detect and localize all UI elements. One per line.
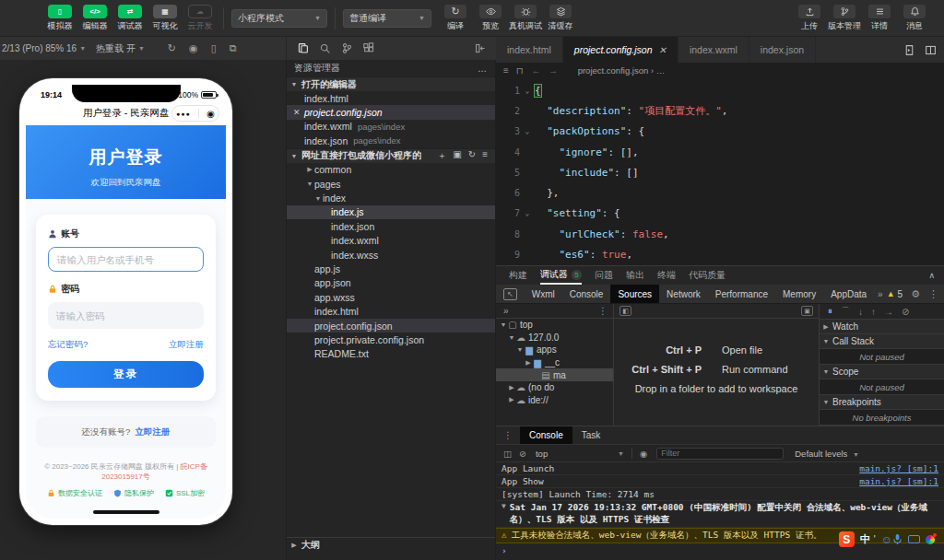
refresh-explorer-icon[interactable]: ↻: [468, 149, 476, 162]
sources-tree-item-__c[interactable]: ▶▆__c: [496, 356, 613, 369]
tree-file-project.config.json[interactable]: project.config.json: [287, 319, 495, 332]
open-editor-index.wxml[interactable]: index.wxmlpages\index: [287, 120, 495, 134]
tool-button-调试器[interactable]: ⇄调试器: [114, 5, 146, 32]
sources-tree-item-ide://[interactable]: ▶☁ide://: [496, 394, 613, 407]
inspect-element-icon[interactable]: ↖: [503, 288, 517, 300]
action-button-版本管理[interactable]: 版本管理: [828, 5, 861, 32]
outline-section-header[interactable]: ▶ 大纲: [287, 537, 495, 553]
tool-button-可视化[interactable]: ▦可视化: [149, 5, 181, 32]
mode-select[interactable]: 小程序模式 ▼: [231, 9, 327, 28]
console-tab-Console[interactable]: Console: [520, 426, 572, 444]
sidebar-section-call-stack[interactable]: ▼Call Stack: [820, 334, 944, 349]
panel-tab-终端[interactable]: 终端: [657, 266, 676, 285]
editor-tab-index.json[interactable]: index.json: [749, 37, 816, 63]
step-out-icon[interactable]: ↑: [871, 307, 876, 317]
clear-console-icon[interactable]: ⊘: [519, 449, 526, 459]
log-source-link[interactable]: main.js? [sm]:1: [859, 463, 938, 473]
hot-reload-toggle[interactable]: 热重载 开: [96, 42, 136, 55]
log-source-link[interactable]: main.js? [sm]:1: [859, 476, 938, 486]
sources-tree-item-127.0.0[interactable]: ▼☁127.0.0: [496, 332, 613, 344]
open-editors-section-header[interactable]: ▼ 打开的编辑器: [287, 76, 495, 91]
keyboard-icon[interactable]: [908, 535, 920, 543]
fold-arrow-icon[interactable]: ⌄: [520, 87, 535, 95]
tree-file-pages[interactable]: ▼pages: [287, 177, 495, 191]
bookmark-icon[interactable]: ⊓: [516, 65, 524, 76]
tree-file-index.wxml[interactable]: index.wxml: [287, 234, 495, 248]
action-button-详情[interactable]: 详情: [863, 5, 896, 32]
step-icon[interactable]: →: [884, 307, 893, 317]
console-log-row[interactable]: [system] Launch Time: 2714 ms: [496, 488, 944, 501]
git-branch-icon[interactable]: [341, 42, 353, 54]
open-editor-project.config.json[interactable]: ✕project.config.json: [287, 105, 495, 119]
project-section-header[interactable]: ▼ 网址直接打包成微信小程序的源码 ＋ ▣ ↻ ≡: [287, 148, 495, 163]
tree-file-common[interactable]: ▶common: [287, 163, 495, 177]
panel-tab-问题[interactable]: 问题: [595, 266, 613, 285]
forgot-password-link[interactable]: 忘记密码?: [48, 339, 88, 351]
sources-tree-item-top[interactable]: ▼▢top: [496, 319, 613, 332]
tree-file-index.json[interactable]: index.json: [287, 219, 495, 233]
code-editor[interactable]: 1⌄{2 "description": "项目配置文件。",3⌄ "packOp…: [496, 78, 944, 265]
editor-tab-project.config.json[interactable]: project.config.json✕: [563, 37, 678, 63]
sources-tree-item-(no do[interactable]: ▶☁(no do: [496, 381, 613, 394]
emoji-icon[interactable]: ☺: [881, 533, 892, 546]
tree-file-app.js[interactable]: app.js: [287, 262, 495, 275]
tool-button-编辑器[interactable]: </>编辑器: [79, 5, 111, 32]
close-minimize-icon[interactable]: ◉: [206, 109, 215, 119]
tree-file-project.private.config.json[interactable]: project.private.config.json: [287, 332, 495, 346]
devtools-tab-Network[interactable]: Network: [659, 285, 708, 303]
close-tab-icon[interactable]: ✕: [659, 45, 667, 55]
sidebar-section-watch[interactable]: ▶Watch: [820, 320, 944, 334]
record-icon[interactable]: ◉: [189, 42, 198, 54]
step-into-icon[interactable]: ↓: [858, 307, 863, 317]
tree-file-README.txt[interactable]: README.txt: [287, 347, 495, 361]
extensions-icon[interactable]: [363, 42, 375, 54]
collapse-sidebar-icon[interactable]: [475, 42, 487, 54]
sidebar-section-breakpoints[interactable]: ▼Breakpoints: [820, 395, 944, 410]
collapse-all-icon[interactable]: ≡: [482, 149, 488, 162]
tree-file-index.wxss[interactable]: index.wxss: [287, 248, 495, 262]
warning-count[interactable]: 5: [898, 289, 903, 299]
tool-button-模拟器[interactable]: ▯模拟器: [44, 5, 76, 32]
fold-arrow-icon[interactable]: ⌄: [520, 209, 535, 217]
multi-window-icon[interactable]: ⧉: [230, 42, 237, 54]
tree-file-index.js[interactable]: index.js: [287, 205, 495, 219]
action-button-上传[interactable]: 上传: [793, 5, 826, 32]
eye-icon[interactable]: ◉: [640, 449, 647, 459]
open-editor-index.json[interactable]: index.jsonpages\index: [287, 134, 495, 147]
console-context-select[interactable]: top ▼: [536, 449, 624, 459]
more-vertical-icon[interactable]: ⋮: [598, 306, 608, 316]
ime-language-toggle[interactable]: 中: [860, 532, 870, 546]
open-preview-icon[interactable]: [903, 44, 915, 56]
fold-arrow-icon[interactable]: ⌄: [520, 127, 535, 135]
panel-tab-代码质量[interactable]: 代码质量: [689, 266, 726, 285]
action-button-清缓存[interactable]: 清缓存: [544, 5, 577, 32]
files-icon[interactable]: [297, 42, 309, 54]
console-tab-Task[interactable]: Task: [572, 426, 610, 444]
open-editor-index.html[interactable]: index.html: [287, 91, 495, 105]
more-menu-icon[interactable]: ●●●: [176, 111, 191, 117]
devtools-tab-Memory[interactable]: Memory: [775, 285, 823, 303]
deactivate-breakpoints-icon[interactable]: ⊘: [902, 307, 909, 317]
tree-file-index.html[interactable]: index.html: [287, 304, 495, 318]
devtools-tab-Console[interactable]: Console: [562, 285, 611, 303]
devtools-tab-Wxml[interactable]: Wxml: [525, 285, 562, 303]
sources-tree-item-apps[interactable]: ▼▆apps: [496, 344, 613, 356]
ime-punctuation-toggle[interactable]: ': [874, 534, 876, 544]
more-actions-icon[interactable]: …: [478, 64, 488, 74]
breadcrumb-path[interactable]: project.config.json › …: [578, 65, 666, 76]
sogou-logo-icon[interactable]: S: [839, 531, 855, 547]
search-icon[interactable]: [319, 42, 331, 54]
sidebar-section-scope[interactable]: ▼Scope: [820, 365, 944, 379]
chevron-down-icon[interactable]: ▼: [502, 502, 506, 510]
console-log-row[interactable]: App Showmain.js? [sm]:1: [496, 475, 944, 488]
tool-button-云开发[interactable]: ☁云开发: [184, 5, 216, 32]
action-button-真机调试[interactable]: 真机调试: [509, 5, 542, 32]
register-now-link[interactable]: 立即注册: [135, 426, 170, 438]
console-log-row[interactable]: App Launchmain.js? [sm]:1: [496, 462, 944, 475]
nav-back-icon[interactable]: ←: [532, 65, 541, 76]
tree-file-app.wxss[interactable]: app.wxss: [287, 290, 495, 304]
split-editor-icon[interactable]: [925, 44, 937, 56]
editor-tab-index.html[interactable]: index.html: [496, 37, 563, 63]
menu-lines-icon[interactable]: ≡: [503, 65, 509, 76]
more-tabs-icon[interactable]: »: [503, 306, 509, 316]
